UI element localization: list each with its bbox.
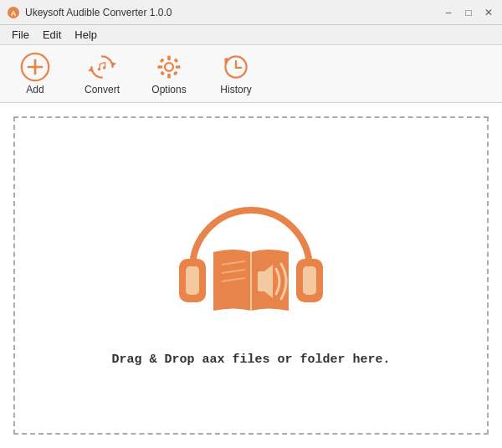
svg-rect-12 xyxy=(158,65,162,69)
svg-rect-29 xyxy=(258,271,266,291)
svg-rect-21 xyxy=(186,266,199,295)
svg-rect-14 xyxy=(160,58,165,63)
svg-rect-13 xyxy=(176,65,180,69)
main-content: Drag & Drop aax files or folder here. xyxy=(0,103,502,448)
drop-zone-text: Drag & Drop aax files or folder here. xyxy=(111,353,390,367)
history-label: History xyxy=(220,84,251,95)
add-button[interactable]: Add xyxy=(10,49,60,99)
add-label: Add xyxy=(26,84,44,95)
options-label: Options xyxy=(151,84,186,95)
close-button[interactable]: ✕ xyxy=(482,6,495,19)
options-icon xyxy=(154,52,184,82)
history-button[interactable]: History xyxy=(211,49,261,99)
toolbar: Add Convert xyxy=(0,45,502,103)
svg-point-7 xyxy=(98,68,101,71)
svg-rect-23 xyxy=(303,266,316,295)
add-icon xyxy=(20,52,50,82)
svg-text:A: A xyxy=(11,9,17,18)
svg-rect-11 xyxy=(167,74,171,78)
svg-point-9 xyxy=(165,63,173,71)
title-bar-controls: – □ ✕ xyxy=(442,6,495,19)
menu-file[interactable]: File xyxy=(5,27,36,43)
convert-icon xyxy=(87,52,117,82)
options-button[interactable]: Options xyxy=(144,49,194,99)
svg-rect-16 xyxy=(160,71,165,76)
svg-rect-15 xyxy=(174,58,179,63)
title-bar-left: A Ukeysoft Audible Converter 1.0.0 xyxy=(7,6,172,19)
drop-zone-icon xyxy=(167,185,335,336)
maximize-button[interactable]: □ xyxy=(462,6,475,19)
minimize-button[interactable]: – xyxy=(442,6,455,19)
menu-edit[interactable]: Edit xyxy=(36,27,68,43)
menu-help[interactable]: Help xyxy=(68,27,104,43)
app-title: Ukeysoft Audible Converter 1.0.0 xyxy=(25,7,172,18)
app-icon: A xyxy=(7,6,20,19)
svg-rect-10 xyxy=(167,56,171,60)
svg-rect-17 xyxy=(173,71,178,76)
history-icon xyxy=(221,52,251,82)
menu-bar: File Edit Help xyxy=(0,25,502,45)
svg-point-8 xyxy=(103,66,106,70)
convert-label: Convert xyxy=(85,84,120,95)
drop-zone[interactable]: Drag & Drop aax files or folder here. xyxy=(13,116,489,435)
title-bar: A Ukeysoft Audible Converter 1.0.0 – □ ✕ xyxy=(0,0,502,25)
convert-button[interactable]: Convert xyxy=(77,49,127,99)
